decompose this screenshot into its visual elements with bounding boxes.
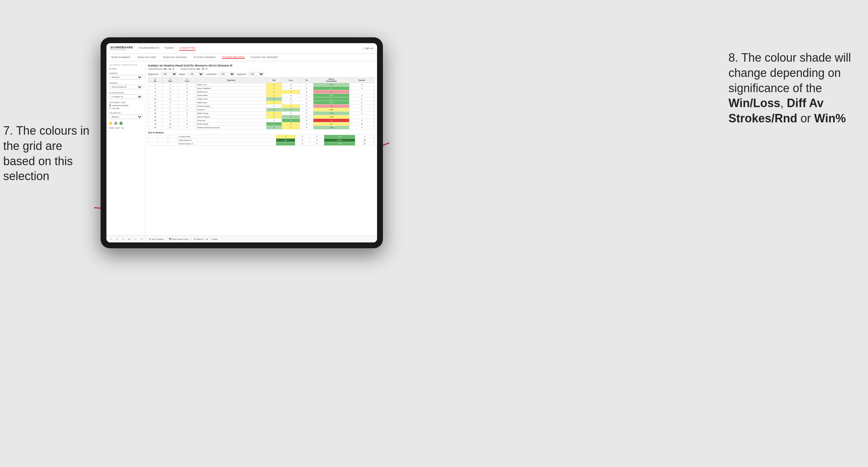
arrow-btn[interactable]: ↗ bbox=[134, 238, 137, 241]
sidebar-gender-select[interactable]: Women's bbox=[109, 75, 143, 80]
cell-rounds: 30 bbox=[355, 138, 374, 142]
out-of-division-table: Foreign Team 1 0 0 4.5 2 NAIA Division 1… bbox=[148, 135, 374, 146]
arrange-btn[interactable]: ⊞ bbox=[206, 238, 208, 240]
share-btn[interactable]: ↗ Share bbox=[210, 238, 218, 240]
cell-diff: -0.94 bbox=[313, 115, 349, 119]
cell-opponent: Andrea York bbox=[196, 97, 267, 101]
cell-tie: 0 bbox=[310, 142, 324, 146]
cell-rounds bbox=[349, 115, 374, 119]
sidebar-colour-select[interactable]: Win/loss bbox=[109, 115, 143, 119]
cell-loss: 0 bbox=[282, 101, 300, 104]
sidebar-legend-labels: Down Level Up bbox=[109, 127, 143, 129]
nav-committee[interactable]: COMMITTEE bbox=[179, 46, 196, 51]
cell-loss: 2 bbox=[282, 108, 300, 112]
cell-rounds: 10 bbox=[355, 142, 374, 146]
cell-rounds: 6 bbox=[349, 126, 374, 129]
cell-tie: 0 bbox=[300, 94, 313, 97]
cell-reg: 2 bbox=[162, 119, 178, 122]
col-tie: Tie bbox=[300, 77, 313, 83]
cell-conf bbox=[168, 138, 178, 142]
cell-reg: 10 bbox=[162, 122, 178, 126]
legend-dot-down bbox=[109, 122, 112, 125]
filter-opponent-select[interactable]: (All) bbox=[248, 72, 264, 76]
cell-div: 18 bbox=[148, 119, 162, 122]
cell-tie: 0 bbox=[300, 108, 313, 112]
cell-rounds: 9 bbox=[349, 108, 374, 112]
radio-opponents-played[interactable]: Opponents Played bbox=[109, 104, 143, 106]
cell-opponent: Jessica Mason bbox=[196, 115, 267, 119]
view-original-btn[interactable]: 👁 View: Original bbox=[149, 238, 163, 240]
save-custom-view-btn[interactable]: 💾 Save Custom View bbox=[169, 238, 188, 240]
watch-btn[interactable]: 👁 Watch ▾ bbox=[194, 238, 204, 240]
cell-tie: 0 bbox=[300, 126, 313, 129]
table-row: NCAA Division 2 5 0 0 7.4 10 bbox=[148, 142, 374, 146]
cell-opponent: Emily Chang bbox=[196, 122, 267, 126]
cell-reg: 11 bbox=[162, 126, 178, 129]
nav-teams[interactable]: TEAMS bbox=[164, 46, 174, 51]
cell-div: 14 bbox=[148, 108, 162, 112]
col-diff: Diff AvStrokes/Rnd bbox=[313, 77, 349, 83]
cell-diff: 1.25 bbox=[313, 112, 349, 115]
filter-opponents-select[interactable]: (All) bbox=[161, 72, 177, 76]
table-row: 13 1 1 Jessica Huang 0 1 0 -3 2 bbox=[148, 104, 374, 108]
sub-nav-team-h2h-grid[interactable]: TEAM H2H GRID bbox=[136, 56, 157, 58]
cell-win: 2 bbox=[267, 126, 282, 129]
cell-conf: 1 bbox=[178, 104, 196, 108]
grid-title: Katelyn Vo Head-to-Head Grid for Women's… bbox=[148, 64, 374, 67]
redo2-btn[interactable]: ↩ bbox=[121, 238, 125, 241]
filter-region-select[interactable]: (All) bbox=[188, 72, 204, 76]
cell-opponent: Alexis Sudjianto bbox=[196, 87, 267, 90]
cell-loss: 0 bbox=[282, 83, 300, 87]
cell-reg bbox=[158, 135, 168, 138]
nav-tournaments[interactable]: TOURNAMENTS bbox=[138, 46, 159, 51]
undo-btn[interactable]: ↩ bbox=[109, 238, 113, 241]
cell-win: 4 bbox=[267, 122, 282, 126]
table-row: 20 10 6 Emily Chang 4 1 0 0.3 11 bbox=[148, 122, 374, 126]
cell-diff: 9.267 bbox=[324, 138, 355, 142]
sidebar-legend bbox=[109, 122, 143, 125]
nav-bar: SCOREBOARD Powered by clippd TOURNAMENTS… bbox=[106, 43, 377, 54]
sidebar-player-rank-select[interactable]: 8. Katelyn Vo bbox=[109, 94, 143, 99]
cell-rounds: 4 bbox=[349, 112, 374, 115]
cell-div: 5 bbox=[148, 87, 162, 90]
nav-items: TOURNAMENTS TEAMS COMMITTEE bbox=[138, 46, 362, 51]
cell-rounds: 3 bbox=[349, 94, 374, 97]
sidebar-division-section: Division NCAA Division III bbox=[109, 82, 143, 89]
cell-win: 1 bbox=[267, 115, 282, 119]
cell-loss: 1 bbox=[282, 90, 300, 94]
redo-btn[interactable]: ↪ bbox=[115, 238, 119, 241]
cell-tie: 0 bbox=[300, 97, 313, 101]
sub-nav-player-summary[interactable]: PLAYER SUMMARY bbox=[193, 56, 217, 58]
cell-conf: 3 bbox=[178, 97, 196, 101]
cell-loss: 0 bbox=[295, 138, 310, 142]
cell-opponent: Sydney Kuo bbox=[196, 90, 267, 94]
cell-reg: 8 bbox=[162, 112, 178, 115]
cell-div bbox=[148, 138, 158, 142]
sub-nav-team-h2h-heatmap[interactable]: TEAM H2H HEATMAP bbox=[162, 56, 188, 58]
cell-opponent: Stella Cheng bbox=[196, 112, 267, 115]
view-icon: 👁 bbox=[149, 238, 151, 240]
filter-conference-select[interactable]: (All) bbox=[219, 72, 235, 76]
sidebar-division-select[interactable]: NCAA Division III bbox=[109, 85, 143, 89]
sub-nav-team-summary[interactable]: TEAM SUMMARY bbox=[110, 56, 131, 58]
sub-nav-player-h2h-grid[interactable]: PLAYER H2H GRID bbox=[222, 56, 245, 59]
cell-reg: 2 bbox=[162, 87, 178, 90]
col-conf: #Conf bbox=[178, 77, 196, 83]
division-record: Division Record: 331 - 34 - 6 bbox=[180, 68, 207, 70]
table-row: 9 1 4 Sharon Mun 1 0 0 3.67 3 bbox=[148, 94, 374, 97]
cell-rounds: 3 bbox=[349, 101, 374, 104]
cell-loss: 0 bbox=[282, 97, 300, 101]
cell-rounds: 2 bbox=[355, 135, 374, 138]
col-loss: Loss bbox=[282, 77, 300, 83]
annotation-left: 7. The colours in the grid are based on … bbox=[3, 123, 94, 184]
copy-btn[interactable]: ⊞ bbox=[127, 238, 131, 241]
sub-nav-player-h2h-heatmap[interactable]: PLAYER H2H HEATMAP bbox=[250, 56, 279, 58]
refresh-btn[interactable]: ↻ bbox=[140, 238, 144, 241]
radio-top100[interactable]: Top 100 bbox=[109, 107, 143, 110]
cell-div: 13 bbox=[148, 104, 162, 108]
cell-reg: 6 bbox=[162, 97, 178, 101]
legend-dot-up bbox=[119, 122, 123, 125]
cell-tie: 1 bbox=[300, 83, 313, 87]
sign-out-button[interactable]: Sign out bbox=[365, 47, 373, 49]
cell-win: 0 bbox=[267, 119, 282, 122]
